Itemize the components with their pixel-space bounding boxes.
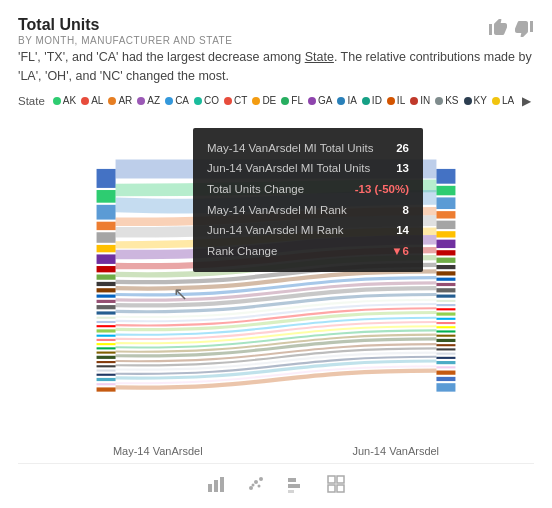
svg-rect-15 [97, 316, 116, 318]
dislike-icon[interactable] [514, 18, 534, 38]
svg-rect-14 [97, 311, 116, 314]
svg-rect-1 [97, 190, 116, 203]
column-chart-icon[interactable] [282, 470, 310, 498]
svg-rect-33 [436, 185, 455, 195]
svg-rect-25 [97, 361, 116, 363]
svg-rect-52 [436, 321, 455, 323]
svg-rect-67 [214, 480, 218, 492]
scatter-icon[interactable] [242, 470, 270, 498]
state-item-fl[interactable]: FL [281, 95, 303, 106]
description-text: 'FL', 'TX', and 'CA' had the largest dec… [18, 48, 534, 86]
svg-rect-75 [288, 484, 300, 488]
svg-rect-17 [97, 325, 116, 327]
bottom-toolbar [18, 463, 534, 498]
svg-rect-38 [436, 239, 455, 247]
svg-rect-79 [328, 485, 335, 492]
state-item-de[interactable]: DE [252, 95, 276, 106]
svg-rect-21 [97, 343, 116, 345]
svg-point-71 [259, 477, 263, 481]
svg-rect-77 [328, 476, 335, 483]
svg-rect-62 [436, 366, 455, 368]
state-item-az[interactable]: AZ [137, 95, 160, 106]
svg-rect-24 [97, 355, 116, 358]
state-item-ar[interactable]: AR [108, 95, 132, 106]
state-item-ks[interactable]: KS [435, 95, 458, 106]
like-icon[interactable] [488, 18, 508, 38]
desc-before: 'FL', 'TX', and 'CA' had the largest dec… [18, 50, 305, 64]
svg-point-69 [249, 486, 253, 490]
svg-rect-26 [97, 365, 116, 367]
state-item-id[interactable]: ID [362, 95, 382, 106]
state-item-ky[interactable]: KY [464, 95, 487, 106]
svg-rect-60 [436, 356, 455, 358]
grid-icon[interactable] [322, 470, 350, 498]
header-row: Total Units BY MONTH, MANUFACTURER AND S… [18, 16, 534, 46]
svg-rect-46 [436, 294, 455, 297]
svg-rect-61 [436, 361, 455, 364]
svg-rect-37 [436, 231, 455, 237]
state-item-in[interactable]: IN [410, 95, 430, 106]
svg-rect-32 [436, 168, 455, 183]
subtitle: BY MONTH, MANUFACTURER AND STATE [18, 35, 232, 46]
title-block: Total Units BY MONTH, MANUFACTURER AND S… [18, 16, 232, 46]
svg-rect-55 [436, 334, 455, 336]
svg-rect-74 [288, 478, 296, 482]
svg-rect-28 [97, 373, 116, 375]
header-icons [488, 18, 534, 38]
svg-rect-18 [97, 329, 116, 332]
state-item-al[interactable]: AL [81, 95, 103, 106]
chart-area: May-14 VanArsdel MI Total Units26Jun-14 … [18, 118, 534, 458]
state-item-ca[interactable]: CA [165, 95, 189, 106]
state-scroll-right[interactable]: ▶ [522, 94, 531, 108]
svg-rect-12 [97, 299, 116, 302]
svg-rect-23 [97, 351, 116, 353]
state-filter-bar: State AKALARAZCACOCTDEFLGAIAIDILINKSKYLA… [18, 94, 534, 108]
svg-rect-50 [436, 312, 455, 315]
svg-rect-8 [97, 274, 116, 279]
state-item-ak[interactable]: AK [53, 95, 76, 106]
state-item-il[interactable]: IL [387, 95, 405, 106]
state-item-ct[interactable]: CT [224, 95, 247, 106]
state-item-co[interactable]: CO [194, 95, 219, 106]
svg-rect-43 [436, 277, 455, 280]
svg-rect-59 [436, 352, 455, 354]
state-link[interactable]: State [305, 50, 334, 64]
svg-rect-56 [436, 338, 455, 341]
sankey-svg [86, 118, 466, 442]
svg-rect-5 [97, 244, 116, 251]
svg-rect-40 [436, 257, 455, 262]
svg-rect-3 [97, 221, 116, 229]
main-container: Total Units BY MONTH, MANUFACTURER AND S… [0, 0, 552, 508]
svg-rect-20 [97, 338, 116, 340]
state-item-ia[interactable]: IA [337, 95, 356, 106]
svg-rect-11 [97, 294, 116, 297]
bar-chart-icon[interactable] [202, 470, 230, 498]
svg-rect-53 [436, 326, 455, 328]
svg-rect-2 [97, 204, 116, 219]
svg-rect-51 [436, 317, 455, 319]
svg-rect-0 [97, 168, 116, 187]
svg-rect-78 [337, 476, 344, 483]
svg-rect-76 [288, 490, 294, 493]
svg-rect-29 [97, 377, 116, 380]
svg-rect-22 [97, 347, 116, 349]
svg-rect-13 [97, 305, 116, 309]
svg-point-70 [254, 480, 258, 484]
svg-rect-63 [436, 370, 455, 374]
svg-rect-44 [436, 282, 455, 285]
svg-rect-4 [97, 232, 116, 243]
svg-rect-64 [436, 376, 455, 380]
svg-rect-27 [97, 369, 116, 371]
state-dots: AKALARAZCACOCTDEFLGAIAIDILINKSKYLA [53, 95, 514, 106]
svg-rect-42 [436, 271, 455, 275]
svg-rect-66 [208, 484, 212, 492]
sankey-chart[interactable]: May-14 VanArsdel MI Total Units26Jun-14 … [18, 118, 534, 442]
svg-rect-36 [436, 220, 455, 228]
state-item-ga[interactable]: GA [308, 95, 332, 106]
svg-rect-68 [220, 477, 224, 492]
svg-rect-10 [97, 288, 116, 292]
svg-rect-39 [436, 250, 455, 255]
svg-point-72 [252, 484, 255, 487]
state-item-la[interactable]: LA [492, 95, 514, 106]
svg-rect-80 [337, 485, 344, 492]
